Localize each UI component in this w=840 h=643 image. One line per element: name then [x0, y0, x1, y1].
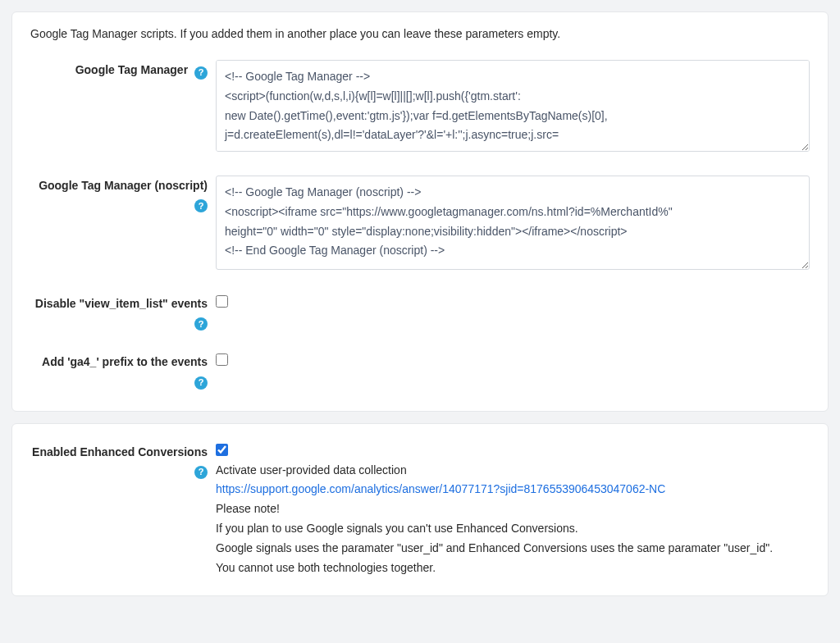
enhanced-conversions-checkbox[interactable] — [216, 444, 228, 456]
enhanced-conversions-description: Activate user-provided data collection h… — [216, 461, 810, 578]
label-gtm-noscript-text: Google Tag Manager (noscript) — [39, 179, 208, 192]
label-gtm: Google Tag Manager ? — [30, 57, 216, 80]
ec-desc-line3: Please note! — [216, 502, 280, 515]
help-icon[interactable]: ? — [194, 317, 208, 331]
ec-desc-line1: Activate user-provided data collection — [216, 463, 407, 477]
gtm-settings-panel: Google Tag Manager scripts. If you added… — [11, 11, 829, 412]
row-disable-view-item-list: Disable "view_item_list" events ? — [30, 290, 810, 331]
ec-desc-line6: You cannot use both technologies togethe… — [216, 561, 436, 574]
field-gtm-noscript — [216, 172, 810, 272]
gtm-textarea[interactable] — [216, 60, 810, 152]
enhanced-conversions-panel: Enabled Enhanced Conversions ? Activate … — [11, 423, 829, 597]
ec-support-link[interactable]: https://support.google.com/analytics/ans… — [216, 482, 665, 495]
label-gtm-noscript: Google Tag Manager (noscript) ? — [30, 172, 216, 212]
ec-desc-line5: Google signals uses the paramater "user_… — [216, 541, 773, 554]
row-gtm-noscript: Google Tag Manager (noscript) ? — [30, 172, 810, 272]
help-icon[interactable]: ? — [194, 66, 208, 80]
label-add-ga4-prefix: Add 'ga4_' prefix to the events ? — [30, 349, 216, 389]
help-icon[interactable]: ? — [194, 376, 208, 390]
label-disable-view-item-list: Disable "view_item_list" events ? — [30, 290, 216, 331]
row-enhanced-conversions: Enabled Enhanced Conversions ? Activate … — [30, 439, 810, 578]
label-enhanced-conversions: Enabled Enhanced Conversions ? — [30, 439, 216, 479]
field-gtm — [216, 57, 810, 154]
help-icon[interactable]: ? — [194, 199, 208, 212]
help-icon[interactable]: ? — [194, 466, 208, 479]
row-gtm: Google Tag Manager ? — [30, 57, 810, 154]
label-gtm-text: Google Tag Manager — [75, 63, 188, 76]
field-add-ga4-prefix — [216, 349, 810, 366]
label-enhanced-conversions-text: Enabled Enhanced Conversions — [32, 445, 208, 458]
row-add-ga4-prefix: Add 'ga4_' prefix to the events ? — [30, 349, 810, 389]
field-disable-view-item-list — [216, 290, 810, 308]
label-add-ga4-prefix-text: Add 'ga4_' prefix to the events — [42, 355, 208, 368]
ec-desc-line4: If you plan to use Google signals you ca… — [216, 522, 578, 535]
intro-text: Google Tag Manager scripts. If you added… — [30, 27, 810, 40]
label-disable-view-item-list-text: Disable "view_item_list" events — [35, 297, 208, 310]
add-ga4-prefix-checkbox[interactable] — [216, 353, 228, 366]
gtm-noscript-textarea[interactable] — [216, 176, 810, 270]
disable-view-item-list-checkbox[interactable] — [216, 295, 228, 308]
field-enhanced-conversions: Activate user-provided data collection h… — [216, 439, 810, 578]
